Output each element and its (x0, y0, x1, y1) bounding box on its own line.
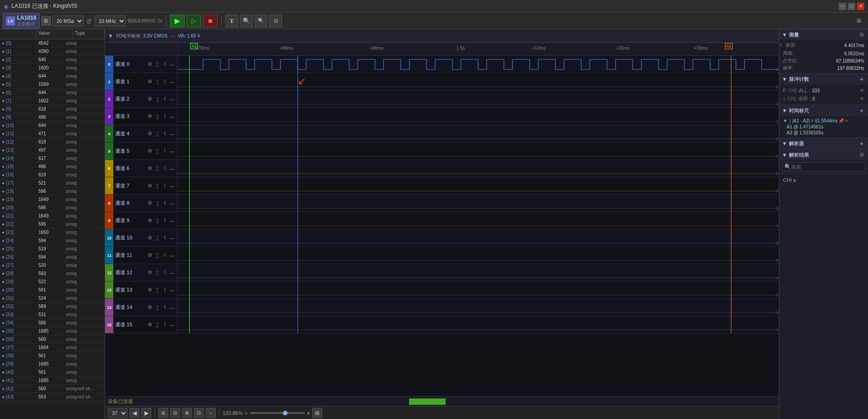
table-row[interactable]: ● [10] 644 unsig (0, 122, 105, 130)
close-button[interactable]: ✕ (857, 3, 864, 10)
channel-trigger-button[interactable]: ⌶ (154, 217, 160, 224)
channel-menu-button[interactable]: — (169, 61, 175, 68)
table-row[interactable]: ● [22] 595 unsig (0, 220, 105, 228)
analyzer-header[interactable]: ▼ 解析器 + (779, 138, 868, 149)
channel-trigger-button[interactable]: ⌶ (154, 61, 160, 68)
channel-settings-button[interactable]: ⚙ (147, 200, 153, 207)
table-row[interactable]: ● [14] 617 unsig (0, 154, 105, 163)
table-row[interactable]: ● [27] 520 unsig (0, 261, 105, 270)
channel-row[interactable]: 10 通道 10 ⚙ ⌶ ⌇ — 0 (105, 229, 779, 247)
channel-trigger-button[interactable]: ⌶ (154, 252, 160, 259)
table-row[interactable]: ● [15] 496 unsig (0, 163, 105, 171)
channel-row[interactable]: 6 通道 6 ⚙ ⌶ ⌇ — 0 (105, 160, 779, 177)
channel-trigger-button[interactable]: ⌶ (154, 165, 160, 172)
channel-trigger-button[interactable]: ⌶ (154, 79, 160, 85)
channel-controls[interactable]: ⚙ ⌶ ⌇ — (147, 96, 175, 102)
measure-section-header[interactable]: ▼ 测量 ⚙ (779, 29, 868, 40)
channel-edge-button[interactable]: ⌇ (161, 131, 168, 137)
channel-settings-button[interactable]: ⚙ (147, 217, 153, 224)
table-row[interactable]: ● [30] 591 unsig (0, 286, 105, 294)
channel-menu-button[interactable]: — (169, 287, 175, 293)
channel-controls[interactable]: ⚙ ⌶ ⌇ — (147, 200, 175, 207)
table-row[interactable]: ● [9] 496 unsig (0, 113, 105, 122)
channel-edge-button[interactable]: ⌇ (161, 287, 168, 293)
table-row[interactable]: ● [17] 521 unsig (0, 179, 105, 187)
zoom-plus-icon[interactable]: + (307, 409, 310, 417)
minimize-button[interactable]: ─ (839, 3, 846, 10)
channel-row[interactable]: 9 通道 9 ⚙ ⌶ ⌇ — 0 (105, 212, 779, 229)
channel-edge-button[interactable]: ⌇ (161, 270, 168, 276)
table-row[interactable]: ● [36] 560 unsig (0, 335, 105, 344)
channel-edge-button[interactable]: ⌇ (161, 183, 168, 189)
pb-btn2[interactable]: ⊟ (170, 408, 180, 418)
channel-edge-button[interactable]: ⌇ (161, 235, 168, 241)
channel-settings-button[interactable]: ⚙ (147, 96, 153, 102)
channel-menu-button[interactable]: — (169, 131, 175, 137)
channel-settings-button[interactable]: ⚙ (147, 287, 153, 293)
zoom-in-button[interactable]: 🔍 (240, 15, 253, 27)
tm-pin-button[interactable]: 📌 (838, 118, 844, 123)
search-input[interactable] (791, 164, 863, 170)
measure-gear-button[interactable]: ⚙ (858, 31, 865, 38)
channel-settings-button[interactable]: ⚙ (147, 183, 153, 189)
table-row[interactable]: ● [43] 553 unsigned sh... (0, 393, 105, 401)
channel-row[interactable]: 15 通道 15 ⚙ ⌶ ⌇ — 0 (105, 316, 779, 334)
channel-settings-button[interactable]: ⚙ (147, 322, 153, 328)
channel-settings-button[interactable]: ⚙ (147, 131, 153, 137)
channel-settings-button[interactable]: ⚙ (147, 148, 153, 154)
table-row[interactable]: ● [12] 618 unsig (0, 138, 105, 146)
menu-button[interactable]: ≡ (852, 15, 865, 27)
pulse-ch1-remove-button[interactable]: ✕ (860, 95, 864, 102)
channel-edge-button[interactable]: ⌇ (161, 200, 168, 207)
channel-controls[interactable]: ⚙ ⌶ ⌇ — (147, 235, 175, 241)
channel-menu-button[interactable]: — (169, 148, 175, 154)
channel-controls[interactable]: ⚙ ⌶ ⌇ — (147, 287, 175, 293)
channel-row[interactable]: 5 通道 5 ⚙ ⌶ ⌇ — 0 (105, 143, 779, 160)
channel-settings-button[interactable]: ⚙ (147, 304, 153, 311)
table-row[interactable]: ● [26] 594 unsig (0, 253, 105, 261)
pb-btn4[interactable]: ⊡ (194, 408, 204, 418)
table-row[interactable]: ● [20] 595 unsig (0, 204, 105, 212)
channel-settings-button[interactable]: ⚙ (147, 79, 153, 85)
pulse-count-header[interactable]: ▼ 脉冲计数 + (779, 74, 868, 85)
channel-trigger-button[interactable]: ⌶ (154, 304, 160, 311)
pulse-count-add-button[interactable]: + (858, 75, 865, 83)
table-row[interactable]: ● [32] 589 unsig (0, 302, 105, 311)
table-row[interactable]: ● [41] 1685 unsig (0, 377, 105, 385)
table-row[interactable]: ● [23] 1650 unsig (0, 228, 105, 237)
channel-settings-button[interactable]: ⚙ (147, 252, 153, 259)
channel-settings-button[interactable]: ⚙ (147, 61, 153, 68)
channel-trigger-button[interactable]: ⌶ (154, 270, 160, 276)
channel-trigger-button[interactable]: ⌶ (154, 96, 160, 102)
channel-menu-button[interactable]: — (169, 322, 175, 328)
table-row[interactable]: ● [38] 561 unsig (0, 352, 105, 360)
channel-menu-button[interactable]: — (169, 96, 175, 102)
table-row[interactable]: ● [4] 644 unsig (0, 72, 105, 80)
device-settings-button[interactable]: ⚙ (42, 16, 51, 26)
channel-controls[interactable]: ⚙ ⌶ ⌇ — (147, 270, 175, 276)
channels-area[interactable]: 0 通道 0 ⚙ ⌶ ⌇ — 0 1 (105, 56, 779, 396)
channel-edge-button[interactable]: ⌇ (161, 217, 168, 224)
channel-controls[interactable]: ⚙ ⌶ ⌇ — (147, 61, 175, 68)
channel-row[interactable]: 12 通道 12 ⚙ ⌶ ⌇ — 0 (105, 264, 779, 281)
run-single-button[interactable]: ▷ (186, 15, 201, 27)
channel-row[interactable]: 7 通道 7 ⚙ ⌶ ⌇ — 0 (105, 177, 779, 195)
table-row[interactable]: ● [16] 618 unsig (0, 171, 105, 179)
channel-settings-button[interactable]: ⚙ (147, 235, 153, 241)
channel-menu-button[interactable]: — (169, 252, 175, 259)
channel-trigger-button[interactable]: ⌶ (154, 322, 160, 328)
time-marker-header[interactable]: ▼ 时间标尺 + (779, 105, 868, 116)
channel-menu-button[interactable]: — (169, 200, 175, 207)
channel-row[interactable]: 13 通道 13 ⚙ ⌶ ⌇ — 0 (105, 281, 779, 299)
table-row[interactable]: ● [6] 644 unsig (0, 89, 105, 97)
channel-menu-button[interactable]: — (169, 113, 175, 120)
zoom-out-button[interactable]: 🔍 (255, 15, 267, 27)
table-row[interactable]: ● [1] 4390 unsig (0, 48, 105, 56)
channel-settings-button[interactable]: ⚙ (147, 270, 153, 276)
channel-settings-button[interactable]: ⚙ (147, 165, 153, 172)
channel-menu-button[interactable]: — (169, 235, 175, 241)
channel-trigger-button[interactable]: ⌶ (154, 113, 160, 120)
pb-btn1[interactable]: ⊞ (158, 408, 168, 418)
channel-trigger-button[interactable]: ⌶ (154, 148, 160, 154)
channel-controls[interactable]: ⚙ ⌶ ⌇ — (147, 165, 175, 172)
